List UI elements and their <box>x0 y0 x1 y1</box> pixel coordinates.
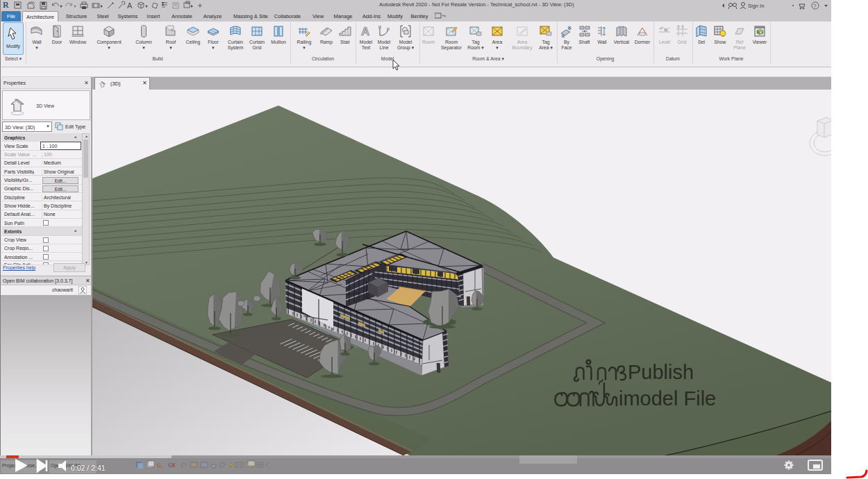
svg-text:x: x <box>161 465 163 469</box>
svg-text:?: ? <box>814 3 817 8</box>
svg-text:Sign In: Sign In <box>748 3 764 9</box>
svg-text:A: A <box>127 1 133 10</box>
svg-text:Publish: Publish <box>628 361 694 383</box>
svg-text:imodel File: imodel File <box>619 387 716 410</box>
svg-text:R: R <box>3 0 9 10</box>
svg-text:G: G <box>168 462 172 469</box>
